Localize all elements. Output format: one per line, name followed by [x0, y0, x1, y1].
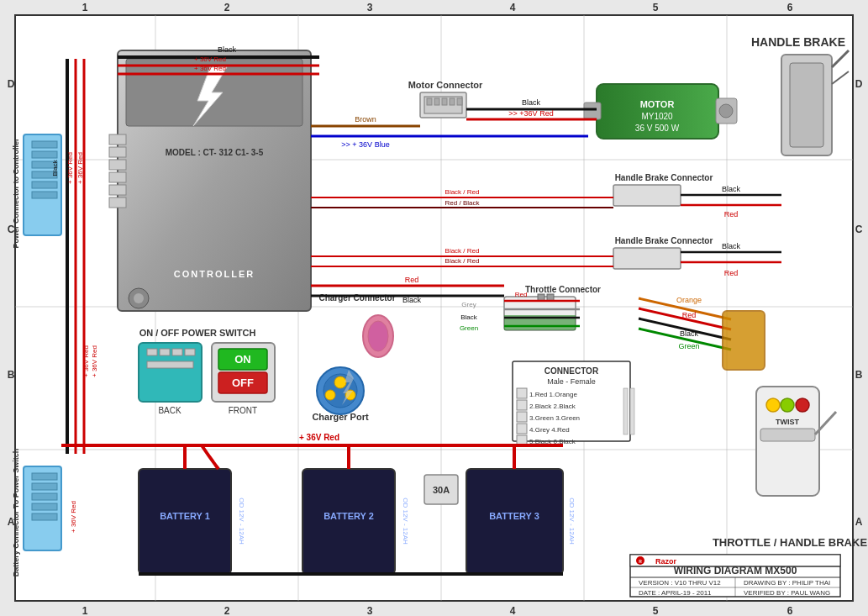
svg-rect-53 [172, 349, 182, 355]
wire-plus36v-b2-label: + 36V Red [91, 345, 98, 377]
col-label-3-bottom: 3 [367, 605, 373, 616]
row-label-D-right: D [855, 78, 863, 90]
power-connector-label: Power Connector to Controller [12, 138, 20, 249]
motor-model: MY1020 [641, 112, 673, 121]
svg-rect-62 [517, 412, 527, 422]
svg-point-70 [796, 398, 809, 412]
wire-green-throttle: Green [460, 324, 478, 332]
connector-male-female-label: CONNECTOR [544, 366, 599, 376]
svg-rect-32 [434, 98, 439, 105]
battery2-spec: OD 12V - 12AH [402, 498, 409, 545]
svg-point-47 [325, 390, 335, 400]
on-button-label: ON [234, 353, 251, 366]
wire-red-vert-label2: + 36V Red [76, 152, 84, 184]
wire-black-right-label: Black [680, 329, 699, 338]
col-label-4-top: 4 [510, 2, 516, 13]
col-label-2-top: 2 [224, 2, 230, 13]
row-label-C-right: C [855, 224, 863, 235]
drawing-by-label: DRAWING BY : PHILIP THAI [744, 579, 830, 587]
svg-rect-86 [32, 483, 57, 490]
throttle-connector-label: Throttle Connector [525, 285, 601, 294]
svg-rect-31 [427, 98, 432, 105]
battery2-label: BATTERY 2 [324, 511, 374, 521]
svg-rect-55 [147, 361, 193, 368]
diagram-container: 1 2 3 4 5 6 1 2 3 4 5 6 D C B A D C B A [0, 0, 868, 616]
wire-grey-throttle: Grey [461, 301, 476, 308]
svg-rect-37 [613, 248, 681, 269]
wiring-diagram-svg: 1 2 3 4 5 6 1 2 3 4 5 6 D C B A D C B A [0, 0, 868, 616]
wire-plus36v-red-top2: + 36V Red [194, 65, 226, 72]
col-label-4-bottom: 4 [510, 605, 516, 616]
wire-black-brake2-label: Black [722, 242, 741, 250]
svg-rect-13 [109, 134, 126, 145]
battery1-spec: OD 12V - 12AH [238, 498, 245, 545]
motor-connector-label: Motor Connector [408, 80, 483, 90]
svg-rect-14 [109, 147, 126, 157]
battery3-spec: OD 12V - 12AH [568, 498, 576, 545]
wire-red-brake1-label: Red [724, 210, 739, 218]
svg-point-68 [766, 398, 780, 412]
wire-black-c-label: Black [402, 296, 422, 304]
svg-rect-75 [302, 469, 395, 574]
svg-point-69 [781, 398, 794, 412]
svg-rect-82 [32, 182, 57, 188]
svg-rect-35 [457, 98, 462, 105]
controller-model-label: MODEL : CT- 312 C1- 3-5 [166, 148, 264, 157]
svg-rect-74 [139, 469, 231, 574]
wire-black-top-label: Black [218, 45, 237, 54]
wire-plus36v-b-label: + 36V Red [82, 345, 90, 377]
wire-red-brake2-label: Red [724, 269, 739, 277]
col-label-5-bottom: 5 [653, 605, 659, 616]
svg-rect-54 [185, 349, 195, 355]
motor-spec: 36 V 500 W [635, 124, 680, 133]
wire-red-c-label: Red [405, 276, 419, 284]
motor-label: MOTOR [640, 99, 675, 109]
back-label: BACK [158, 406, 181, 415]
svg-rect-65 [623, 388, 628, 434]
svg-rect-36 [613, 185, 681, 206]
svg-rect-17 [109, 185, 126, 195]
battery3-label: BATTERY 3 [489, 511, 539, 521]
row-label-B-left: B [8, 369, 15, 381]
wire-black-red3-label: Black / Red [445, 257, 480, 265]
handle-brake-title: HANDLE BRAKE [751, 35, 845, 49]
svg-rect-16 [109, 172, 126, 182]
svg-rect-33 [442, 98, 447, 105]
col-label-6-bottom: 6 [787, 605, 793, 616]
svg-rect-26 [790, 63, 823, 147]
wire-black-motor-label: Black [522, 98, 541, 107]
wire-blue-label: >> + 36V Blue [341, 140, 389, 149]
svg-rect-87 [32, 493, 57, 500]
svg-rect-79 [32, 151, 57, 158]
svg-point-20 [134, 293, 144, 303]
svg-rect-18 [109, 197, 126, 208]
pin1-label: 1.Red 1.Orange [529, 391, 577, 398]
handle-brake-connector2-label: Handle Brake Connector [615, 236, 713, 245]
svg-rect-118 [723, 311, 765, 370]
on-off-switch-label: ON / OFF POWER SWITCH [139, 328, 256, 338]
wire-red-right-label: Red [682, 311, 697, 319]
svg-rect-22 [584, 103, 601, 119]
wire-black-brake1-label: Black [722, 185, 741, 193]
row-label-A-right: A [855, 516, 863, 528]
svg-rect-76 [466, 469, 563, 574]
svg-text:R: R [639, 559, 642, 564]
battery1-label: BATTERY 1 [160, 511, 210, 521]
throttle-handle-brake-label: THROTTLE / HANDLE BRAKE [713, 536, 867, 549]
svg-rect-60 [517, 388, 527, 398]
pin4-label: 4.Grey 4.Red [529, 426, 570, 434]
svg-rect-71 [760, 429, 815, 441]
off-button-label: OFF [232, 376, 254, 389]
verified-by-label: VERIFIED BY : PAUL WANG [744, 589, 830, 597]
svg-point-43 [368, 321, 388, 351]
svg-rect-66 [630, 388, 634, 434]
svg-rect-34 [450, 98, 455, 105]
svg-rect-63 [517, 424, 527, 434]
svg-rect-52 [160, 349, 170, 355]
wire-red-motor-label: >> +36V Red [508, 109, 553, 118]
svg-rect-83 [32, 192, 57, 198]
svg-rect-88 [32, 503, 57, 510]
pin2-label: 2.Black 2.Black [529, 403, 576, 410]
thirty-amp-label: 30A [433, 485, 450, 495]
wire-black-red-label: Black / Red [445, 188, 480, 196]
